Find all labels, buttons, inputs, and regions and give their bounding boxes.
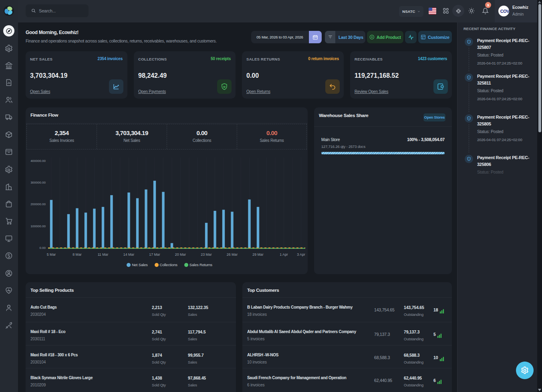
svg-text:14 Mar: 14 Mar	[123, 253, 134, 257]
svg-text:0.00: 0.00	[39, 246, 46, 250]
svg-text:11 Mar: 11 Mar	[98, 253, 109, 257]
svg-text:3 Apr: 3 Apr	[297, 253, 305, 257]
svg-text:29 Mar: 29 Mar	[252, 253, 263, 257]
svg-text:5 Mar: 5 Mar	[47, 253, 56, 257]
svg-text:23 Mar: 23 Mar	[201, 253, 212, 257]
svg-text:400000.00: 400000.00	[30, 159, 46, 163]
svg-text:26 Mar: 26 Mar	[227, 253, 238, 257]
svg-text:8 Mar: 8 Mar	[73, 253, 82, 257]
svg-text:17 Mar: 17 Mar	[149, 253, 160, 257]
svg-text:200000.00: 200000.00	[30, 202, 46, 206]
svg-text:300000.00: 300000.00	[30, 181, 46, 184]
svg-text:100000.00: 100000.00	[30, 224, 46, 228]
svg-text:20 Mar: 20 Mar	[175, 253, 186, 257]
svg-text:1 Apr: 1 Apr	[280, 253, 288, 257]
